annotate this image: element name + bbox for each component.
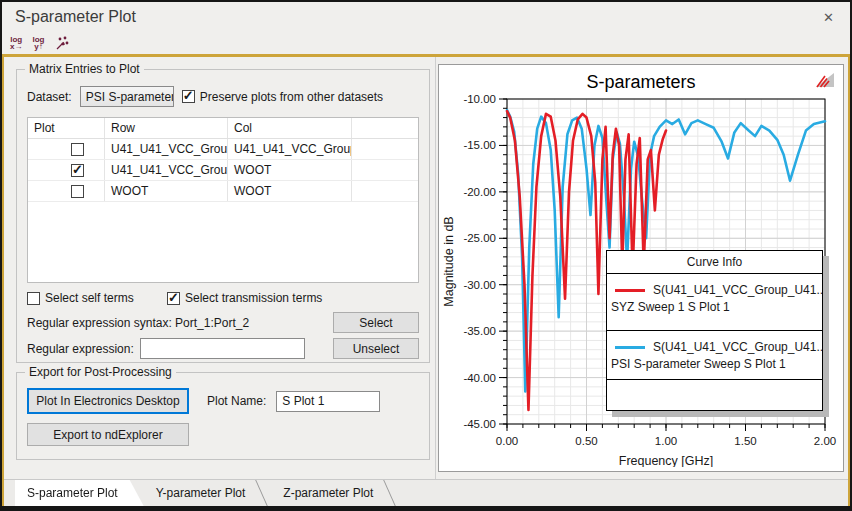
svg-text:-15.00: -15.00 (463, 139, 496, 151)
tab-s-parameter-plot[interactable]: S-parameter Plot (15, 480, 144, 506)
bottom-tab-bar: S-parameter Plot Y-parameter Plot Z-para… (4, 479, 848, 506)
export-group: Export for Post-Processing Plot In Elect… (16, 372, 430, 460)
svg-text:1.50: 1.50 (734, 435, 756, 447)
header-row[interactable]: Row (105, 118, 228, 138)
s-parameter-plot-dialog: S-parameter Plot ✕ log x→ log y↑ Matri (0, 0, 852, 511)
self-terms-checkbox[interactable] (27, 292, 40, 305)
dataset-label: Dataset: (27, 90, 72, 104)
header-col[interactable]: Col (228, 118, 352, 138)
plot-checkbox[interactable] (71, 143, 84, 156)
main-area: Matrix Entries to Plot Dataset: PSI S-pa… (4, 57, 848, 479)
svg-text:-10.00: -10.00 (463, 93, 496, 105)
log-x-axis-button[interactable]: log x→ (8, 35, 24, 51)
content-frame: Matrix Entries to Plot Dataset: PSI S-pa… (2, 54, 850, 506)
matrix-table: Plot Row Col U41_U41_VCC_Group... U41_U4… (27, 117, 419, 283)
table-header: Plot Row Col (28, 118, 418, 139)
group-title: Matrix Entries to Plot (25, 62, 144, 76)
regex-syntax-label: Regular expression syntax: Port_1:Port_2 (27, 316, 249, 330)
svg-text:-45.00: -45.00 (463, 418, 496, 430)
matrix-entries-group: Matrix Entries to Plot Dataset: PSI S-pa… (16, 69, 430, 363)
chart-panel: S-parameters 0.000.501.001.502.00-10.00-… (436, 57, 848, 479)
unselect-button[interactable]: Unselect (333, 338, 419, 359)
transmission-terms-checkbox[interactable] (167, 292, 180, 305)
close-icon[interactable]: ✕ (817, 8, 840, 27)
regex-syntax-row: Regular expression syntax: Port_1:Port_2… (27, 312, 419, 333)
scatter-arrow-icon (54, 36, 70, 51)
plot-name-input[interactable] (276, 391, 380, 412)
legend-entry: S(U41_U41_VCC_Group_U41... PSI S-paramet… (607, 331, 822, 380)
svg-text:-35.00: -35.00 (463, 325, 496, 337)
matrix-panel: Matrix Entries to Plot Dataset: PSI S-pa… (4, 57, 436, 479)
legend-entry: S(U41_U41_VCC_Group_U41... SYZ Sweep 1 S… (607, 274, 822, 331)
group-title: Export for Post-Processing (25, 365, 176, 379)
select-self-terms-option[interactable]: Select self terms (27, 291, 167, 305)
svg-text:-40.00: -40.00 (463, 372, 496, 384)
dataset-value: PSI S-parameter (86, 90, 174, 104)
svg-text:-20.00: -20.00 (463, 186, 496, 198)
fit-plot-button[interactable] (52, 35, 72, 52)
log-y-axis-button[interactable]: log y↑ (30, 35, 46, 51)
ansys-logo-icon (814, 71, 836, 89)
table-row[interactable]: U41_U41_VCC_Group... U41_U41_VCC_Group..… (28, 139, 418, 160)
svg-text:1.00: 1.00 (655, 435, 677, 447)
regex-row: Regular expression: Unselect (27, 338, 419, 359)
tab-y-parameter-plot[interactable]: Y-parameter Plot (144, 480, 272, 506)
tab-z-parameter-plot[interactable]: Z-parameter Plot (271, 480, 399, 506)
preserve-plots-option[interactable]: Preserve plots from other datasets (182, 90, 383, 104)
svg-text:-25.00: -25.00 (463, 232, 496, 244)
plot-checkbox[interactable] (71, 164, 84, 177)
legend-line-cyan (615, 346, 645, 349)
window-title: S-parameter Plot (15, 8, 136, 26)
svg-text:Magnitude in dB: Magnitude in dB (442, 216, 456, 306)
export-to-ndexplorer-button[interactable]: Export to ndExplorer (27, 423, 189, 446)
regex-input[interactable] (140, 338, 305, 359)
svg-text:-30.00: -30.00 (463, 279, 496, 291)
dataset-select[interactable]: PSI S-parameter (80, 86, 174, 107)
plot-checkbox[interactable] (71, 185, 84, 198)
svg-text:Frequency [GHz]: Frequency [GHz] (619, 454, 713, 467)
select-transmission-terms-option[interactable]: Select transmission terms (167, 291, 322, 305)
chart-title: S-parameters (439, 72, 843, 93)
terms-row: Select self terms Select transmission te… (27, 291, 419, 305)
select-button[interactable]: Select (333, 312, 419, 333)
dataset-row: Dataset: PSI S-parameter Preserve plots … (27, 86, 419, 107)
legend-title: Curve Info (607, 251, 822, 274)
title-bar: S-parameter Plot ✕ (2, 2, 850, 32)
plot-name-label: Plot Name: (207, 394, 266, 408)
chart-legend: Curve Info S(U41_U41_VCC_Group_U41... SY… (606, 250, 823, 411)
svg-text:2.00: 2.00 (814, 435, 836, 447)
svg-text:0.50: 0.50 (575, 435, 597, 447)
table-row[interactable]: WOOT WOOT (28, 181, 418, 202)
plot-in-electronics-desktop-button[interactable]: Plot In Electronics Desktop (27, 388, 189, 414)
header-plot[interactable]: Plot (28, 118, 105, 138)
regex-label: Regular expression: (27, 342, 134, 356)
preserve-plots-checkbox[interactable] (182, 90, 195, 103)
chart: S-parameters 0.000.501.001.502.00-10.00-… (438, 64, 844, 472)
legend-line-red (615, 289, 645, 292)
table-row[interactable]: U41_U41_VCC_Group... WOOT (28, 160, 418, 181)
svg-text:0.00: 0.00 (496, 435, 518, 447)
toolbar: log x→ log y↑ (2, 32, 850, 54)
